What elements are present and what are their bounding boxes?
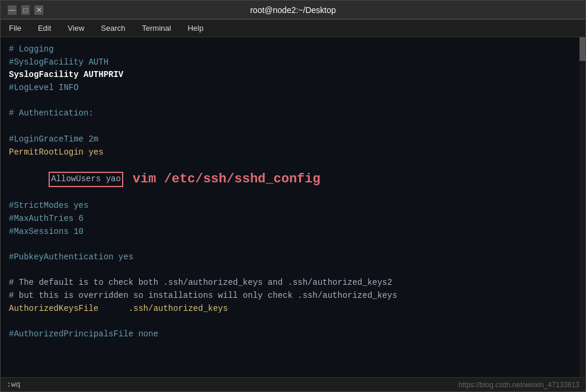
line-7	[9, 120, 577, 133]
terminal-window: — □ ✕ root@node2:~/Desktop File Edit Vie…	[0, 0, 586, 392]
status-bar: :wq https://blog.csdn.net/weixin_4713361…	[1, 377, 585, 391]
line-12: #MaxAuthTries 6	[9, 213, 577, 226]
url-text: https://blog.csdn.net/weixin_47133613	[459, 381, 579, 389]
allow-users-box: AllowUsers yao	[49, 172, 123, 187]
close-button[interactable]: ✕	[34, 5, 43, 15]
menu-view[interactable]: View	[64, 21, 88, 35]
maximize-button[interactable]: □	[21, 5, 30, 15]
line-9: PermitRootLogin yes	[9, 146, 577, 159]
line-8: #LoginGraceTime 2m	[9, 133, 577, 146]
line-10-allow-users: AllowUsers yao vim /etc/ssh/sshd_config	[9, 159, 577, 200]
menu-search[interactable]: Search	[97, 21, 129, 35]
window-title: root@node2:~/Desktop	[43, 5, 543, 15]
allow-users-text: AllowUsers yao	[9, 159, 123, 200]
menu-file[interactable]: File	[5, 21, 25, 35]
line-14	[9, 238, 577, 251]
menu-edit[interactable]: Edit	[34, 21, 55, 35]
line-3: SyslogFacility AUTHPRIV	[9, 69, 577, 82]
line-1: # Logging	[9, 43, 577, 56]
line-4: #LogLevel INFO	[9, 82, 577, 95]
vim-command: :wq	[7, 380, 20, 389]
menu-help[interactable]: Help	[184, 21, 207, 35]
window-controls[interactable]: — □ ✕	[8, 5, 43, 15]
line-13: #MaxSessions 10	[9, 226, 577, 239]
line-2: #SyslogFacility AUTH	[9, 56, 577, 69]
line-21: #AuthorizedPrincipalsFile none	[9, 328, 577, 341]
line-6: # Authentication:	[9, 107, 577, 120]
minimize-button[interactable]: —	[8, 5, 17, 15]
menu-terminal[interactable]: Terminal	[139, 21, 175, 35]
menu-bar: File Edit View Search Terminal Help	[1, 20, 585, 37]
line-17: # The default is to check both .ssh/auth…	[9, 277, 577, 290]
scrollbar-thumb[interactable]	[579, 37, 585, 61]
overlay-command: vim /etc/ssh/sshd_config	[133, 169, 321, 189]
title-bar: — □ ✕ root@node2:~/Desktop	[1, 1, 585, 20]
line-19: AuthorizedKeysFile .ssh/authorized_keys	[9, 303, 577, 316]
line-5	[9, 95, 577, 108]
line-20	[9, 315, 577, 328]
line-15: #PubkeyAuthentication yes	[9, 251, 577, 264]
line-11: #StrictModes yes	[9, 200, 577, 213]
terminal-body: # Logging #SyslogFacility AUTH SyslogFac…	[1, 37, 585, 377]
line-18: # but this is overridden so installation…	[9, 290, 577, 303]
line-16	[9, 264, 577, 277]
scrollbar[interactable]	[579, 37, 585, 377]
